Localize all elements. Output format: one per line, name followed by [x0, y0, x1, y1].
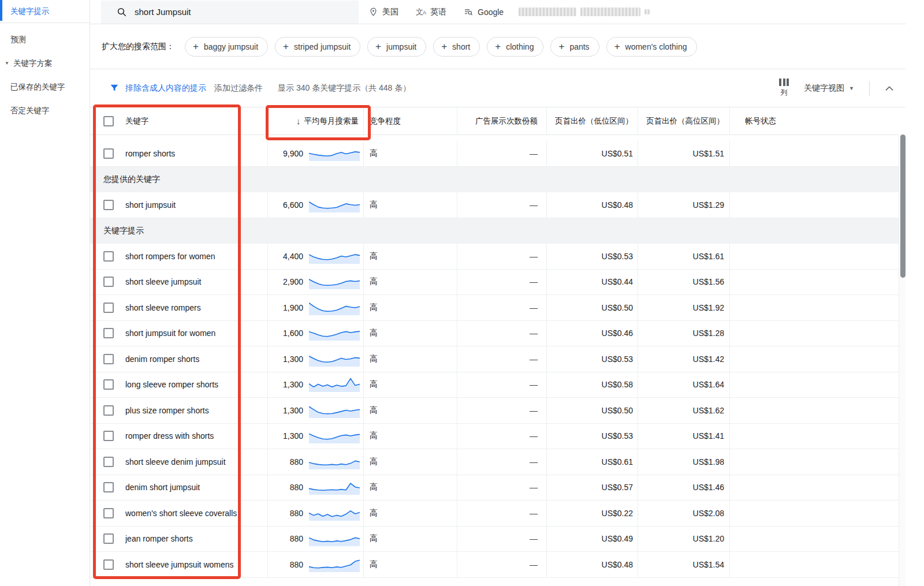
row-checkbox[interactable]: [103, 482, 114, 492]
row-checkbox[interactable]: [103, 303, 114, 313]
add-filter-button[interactable]: 添加过滤条件: [214, 83, 263, 94]
sidebar-item[interactable]: 预测: [0, 28, 90, 51]
language-setting[interactable]: 文A 英语: [416, 7, 446, 17]
col-header-competition[interactable]: 竞争程度: [363, 107, 457, 135]
account-status-cell: [729, 321, 899, 346]
chevron-down-icon: ▼: [849, 85, 854, 91]
row-checkbox[interactable]: [103, 328, 114, 338]
sidebar-item[interactable]: 否定关键字: [0, 99, 90, 122]
trend-sparkline: [309, 146, 360, 161]
row-checkbox[interactable]: [103, 457, 114, 467]
keyword-chip[interactable]: +striped jumpsuit: [275, 37, 360, 57]
search-volume-value: 1,300: [268, 380, 303, 389]
redacted-block: [519, 8, 576, 16]
exclude-adult-filter-link[interactable]: 排除含成人内容的提示: [125, 83, 206, 94]
row-checkbox[interactable]: [103, 405, 114, 416]
table-row: denim short jumpsuit880高—US$0.57US$1.46: [90, 475, 899, 501]
location-setting[interactable]: 美国: [369, 7, 398, 17]
col-header-avg-monthly-searches-label: 平均每月搜索量: [304, 116, 359, 126]
row-checkbox[interactable]: [103, 431, 114, 441]
chip-label: short: [452, 42, 470, 51]
trend-sparkline: [309, 377, 360, 392]
col-header-top-bid-high[interactable]: 页首出价（高位区间）: [638, 107, 729, 135]
table-row: short sleeve rompers1,900高—US$0.50US$1.9…: [90, 295, 899, 321]
ad-impression-share-cell: —: [457, 321, 546, 346]
keyword-text: short sleeve denim jumpsuit: [125, 457, 226, 466]
date-range-redacted[interactable]: [519, 8, 650, 16]
row-checkbox[interactable]: [103, 354, 114, 364]
ad-impression-share-cell: —: [457, 552, 546, 577]
keyword-chip[interactable]: +clothing: [487, 37, 543, 57]
search-volume-value: 1,300: [268, 406, 303, 415]
row-checkbox[interactable]: [103, 148, 114, 159]
row-checkbox[interactable]: [103, 508, 114, 518]
row-checkbox[interactable]: [103, 277, 114, 287]
row-checkbox[interactable]: [103, 533, 114, 544]
top-bid-high-cell: US$1.51: [638, 141, 729, 166]
translate-icon: 文A: [416, 7, 426, 17]
top-bid-low-cell: US$0.53: [546, 346, 638, 372]
row-checkbox[interactable]: [103, 559, 114, 570]
col-header-ad-impression-share[interactable]: 广告展示次数份额: [457, 107, 546, 135]
keyword-text: short sleeve rompers: [125, 303, 201, 312]
vertical-scrollbar[interactable]: [899, 135, 906, 586]
keyword-chip[interactable]: +baggy jumpsuit: [185, 37, 268, 57]
filter-funnel-icon[interactable]: [109, 83, 120, 93]
search-volume-value: 9,900: [268, 149, 303, 158]
col-header-account-status[interactable]: 帐号状态: [729, 107, 906, 135]
competition-cell: 高: [363, 321, 457, 346]
chevron-up-icon: [885, 85, 894, 91]
col-header-keyword[interactable]: 关键字: [90, 107, 267, 135]
col-header-top-bid-high-label: 页首出价（高位区间）: [646, 116, 724, 126]
scrollbar-thumb[interactable]: [900, 135, 906, 278]
top-bid-high-cell: US$1.46: [638, 475, 729, 501]
search-volume-value: 880: [268, 534, 303, 543]
plus-icon: +: [283, 42, 289, 51]
main-content: short Jumpsuit 美国 文A 英语 Google: [90, 0, 906, 586]
sidebar-item[interactable]: ▼关键字方案: [0, 51, 90, 75]
location-label: 美国: [382, 7, 398, 17]
top-bid-low-cell: US$0.50: [546, 295, 638, 320]
trend-sparkline: [309, 428, 360, 443]
avg-monthly-searches-cell: 1,300: [267, 346, 363, 372]
network-setting[interactable]: Google: [464, 8, 504, 17]
ad-impression-share-cell: —: [457, 244, 546, 269]
broaden-search-label: 扩大您的搜索范围：: [102, 42, 174, 52]
select-all-checkbox[interactable]: [103, 116, 114, 126]
view-selector[interactable]: 关键字视图 ▼: [804, 83, 854, 94]
collapse-panel-button[interactable]: [885, 85, 894, 91]
keyword-chip[interactable]: +short: [433, 37, 480, 57]
results-summary: 显示 340 条关键字提示（共 448 条）: [278, 83, 411, 94]
keyword-text: denim short jumpsuit: [125, 483, 200, 492]
columns-button[interactable]: 列: [779, 79, 789, 98]
competition-cell: 高: [363, 141, 457, 166]
row-checkbox[interactable]: [103, 251, 114, 262]
row-checkbox[interactable]: [103, 200, 114, 210]
sidebar-item[interactable]: 已保存的关键字: [0, 75, 90, 99]
keyword-chip[interactable]: +jumpsuit: [367, 37, 426, 57]
ad-impression-share-cell: —: [457, 192, 546, 218]
col-header-account-status-label: 帐号状态: [745, 116, 776, 126]
chip-label: women's clothing: [625, 42, 687, 51]
network-label: Google: [478, 8, 504, 17]
broaden-search-row: 扩大您的搜索范围： +baggy jumpsuit+striped jumpsu…: [90, 24, 906, 69]
col-header-top-bid-low[interactable]: 页首出价（低位区间）: [546, 107, 638, 135]
keyword-cell: short sleeve rompers: [90, 295, 267, 320]
top-bid-low-cell: US$0.53: [546, 244, 638, 269]
ad-impression-share-cell: —: [457, 295, 546, 320]
chip-label: pants: [569, 42, 589, 51]
table-row: denim romper shorts1,300高—US$0.53US$1.42: [90, 346, 899, 372]
competition-cell: 高: [363, 475, 457, 501]
table-row: romper dress with shorts1,300高—US$0.53US…: [90, 424, 899, 450]
top-bid-low-cell: US$0.58: [546, 372, 638, 398]
keyword-search-input[interactable]: short Jumpsuit: [101, 1, 359, 24]
keyword-chip[interactable]: +pants: [550, 37, 599, 57]
table-row: romper shorts9,900高—US$0.51US$1.51: [90, 141, 899, 167]
avg-monthly-searches-cell: 4,400: [267, 244, 363, 269]
sidebar-item[interactable]: 关键字提示: [0, 0, 90, 23]
row-checkbox[interactable]: [103, 379, 114, 390]
col-header-avg-monthly-searches[interactable]: ↓ 平均每月搜索量: [267, 107, 363, 135]
ad-impression-share-cell: —: [457, 527, 546, 552]
keyword-chip[interactable]: +women's clothing: [606, 37, 697, 57]
section-label: 关键字提示: [103, 226, 144, 236]
